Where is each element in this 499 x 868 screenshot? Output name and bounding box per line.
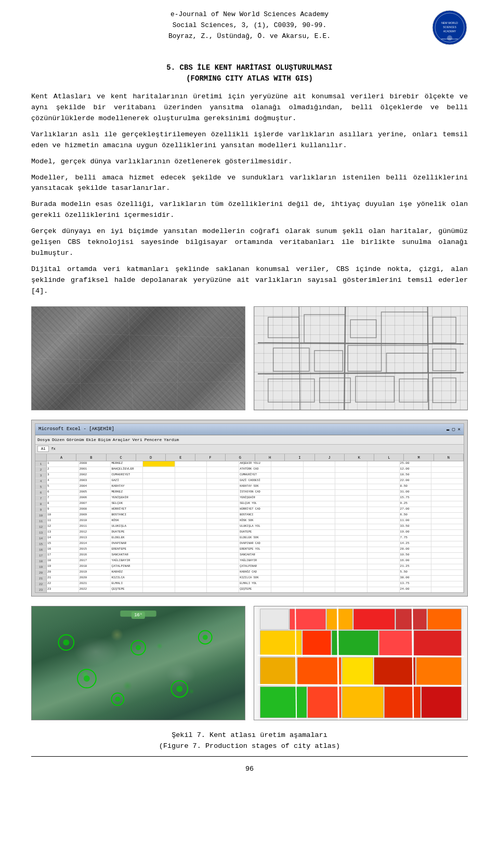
svg-rect-21 — [387, 353, 428, 373]
svg-line-7 — [35, 332, 241, 338]
table-row: 152014OVAPINAROVAPINAR CAD14.25 — [47, 541, 464, 547]
svg-rect-64 — [260, 686, 307, 717]
svg-point-40 — [115, 696, 120, 702]
section-number: 5. — [166, 63, 175, 72]
svg-rect-25 — [356, 376, 394, 402]
table-row: 192018ÇATALPINARÇATALPINAR21.25 — [47, 564, 464, 570]
svg-point-34 — [84, 676, 90, 682]
table-row: 12000MERKEZAKŞEHIR YOLU25.00 — [47, 461, 464, 467]
table-row: 82007SELÇUKSELÇUK YOL9.25 — [47, 501, 464, 507]
journal-line2: Social Sciences, 3, (1), C0039, 90-99. — [68, 20, 431, 31]
table-row: 222021ELMALIELMALI YOL13.75 — [47, 581, 464, 587]
svg-rect-55 — [303, 630, 331, 656]
svg-line-12 — [177, 307, 179, 410]
svg-rect-66 — [342, 686, 383, 717]
paragraph-7: Dijital ortamda veri katmanları şeklinde… — [31, 264, 468, 297]
section-title-text: CBS İLE KENT HARİTASI OLUŞTURULMASI — [180, 63, 333, 72]
svg-rect-45 — [120, 611, 156, 617]
top-images-row — [31, 306, 468, 410]
svg-rect-23 — [268, 379, 314, 402]
caption-english: (Figure 7. Production stages of city atl… — [31, 741, 468, 752]
section-subtitle: (FORMING CITY ATLAS WITH GIS) — [186, 74, 313, 83]
svg-line-70 — [258, 684, 464, 685]
svg-text:16°: 16° — [135, 612, 141, 617]
svg-point-36 — [136, 645, 141, 650]
paragraph-4: Modeller, belli amaca hizmet edecek şeki… — [31, 173, 468, 195]
caption-turkish: Şekil 7. Kent atlası üretim aşamaları — [31, 730, 468, 741]
svg-rect-24 — [320, 378, 350, 403]
page-number: 96 — [31, 765, 468, 773]
journal-logo: NEW WORLD SCIENCES ACADEMY www.newwsa.co… — [431, 9, 468, 46]
svg-rect-53 — [428, 609, 461, 630]
figure-caption: Şekil 7. Kent atlası üretim aşamaları (F… — [31, 730, 468, 752]
svg-rect-27 — [433, 378, 456, 403]
bottom-images-row: 16° — [31, 606, 468, 720]
spreadsheet-data: 12000MERKEZAKŞEHIR YOLU25.0022001BAHÇELİ… — [47, 461, 464, 592]
table-row: 172016SANCAKTARSANCAKTAR10.50 — [47, 553, 464, 559]
svg-rect-16 — [382, 312, 428, 345]
svg-line-32 — [299, 307, 300, 410]
paragraph-2: Varlıkların aslı ile gerçekleştirilemeye… — [31, 129, 468, 151]
page-container: e-Journal of New World Sciences Academy … — [0, 0, 499, 773]
svg-rect-56 — [332, 630, 378, 656]
spreadsheet-image: Microsoft Excel - [AKŞEHİR] ▬ ▢ ✕ Dosya … — [31, 420, 468, 597]
table-row: 202019KARAÖZKARAÖZ CAD5.50 — [47, 570, 464, 576]
table-row: 162015ERENTEPEERENTEPE YOL28.00 — [47, 547, 464, 553]
svg-rect-68 — [422, 686, 461, 717]
paragraph-1: Kent Atlasları ve kent haritalarının üre… — [31, 92, 468, 124]
paragraph-3: Model, gerçek dünya varlıklarının özetle… — [31, 157, 468, 167]
table-row: 112010KÖSKKÖSK SOK11.00 — [47, 519, 464, 524]
svg-rect-22 — [433, 349, 456, 371]
table-row: 42003GAZİGAZİ CADDESİ22.00 — [47, 478, 464, 484]
svg-line-8 — [35, 358, 241, 364]
table-row: 212020KIZILCAKIZILCA SOK38.00 — [47, 576, 464, 581]
svg-point-42 — [63, 639, 69, 645]
svg-rect-19 — [314, 351, 343, 371]
svg-line-9 — [35, 381, 241, 384]
spreadsheet-toolbar: Dosya Düzen Görünüm Ekle Biçim Araçlar V… — [35, 435, 464, 445]
svg-rect-63 — [416, 657, 461, 686]
satellite-image: 16° — [31, 606, 245, 720]
svg-text:ACADEMY: ACADEMY — [443, 30, 456, 33]
table-row: 62005MERKEZİSTASYON CAD31.00 — [47, 490, 464, 496]
svg-point-44 — [203, 634, 208, 640]
spreadsheet-titlebar: Microsoft Excel - [AKŞEHİR] ▬ ▢ ✕ — [35, 424, 464, 435]
svg-line-11 — [128, 307, 133, 410]
table-row: 102009BOSTANCIBOSTANCI6.50 — [47, 513, 464, 519]
table-row: 232022ÇEŞTEPEÇEŞTEPE24.00 — [47, 587, 464, 592]
svg-text:www.newwsa.com: www.newwsa.com — [441, 37, 458, 40]
table-row: 72006YENİŞEHİRYENİŞEHİR15.75 — [47, 496, 464, 501]
section-title: 5. CBS İLE KENT HARİTASI OLUŞTURULMASI (… — [31, 62, 468, 84]
spreadsheet-body: 1234567891011121314151617181920212223242… — [35, 454, 464, 592]
svg-rect-59 — [260, 657, 296, 686]
svg-line-69 — [258, 655, 464, 656]
table-row: 182017YAĞLIBAYIRYAĞLIBAYIR16.00 — [47, 559, 464, 564]
svg-text:NEW WORLD: NEW WORLD — [441, 21, 458, 24]
svg-rect-61 — [342, 657, 373, 686]
svg-line-29 — [258, 372, 464, 373]
svg-line-30 — [344, 307, 345, 410]
spreadsheet-title: Microsoft Excel - [AKŞEHİR] — [38, 426, 114, 432]
svg-rect-20 — [348, 345, 381, 371]
page-header: e-Journal of New World Sciences Academy … — [31, 0, 468, 51]
table-row: 92008HÜRRİYETHÜRRİYET CAD27.00 — [47, 507, 464, 513]
svg-rect-52 — [396, 609, 426, 630]
spreadsheet-grid: A B C D E F G H I J K L M N — [47, 454, 464, 592]
svg-rect-26 — [399, 379, 427, 402]
table-row: 132012DUATEPEDUATEPE19.00 — [47, 530, 464, 536]
svg-line-10 — [76, 307, 82, 410]
table-row: 52004KARATAYKARATAY SOK8.50 — [47, 484, 464, 490]
journal-line3: Boyraz, Z., Üstündağ, Ö. ve Akarsu, E.E. — [68, 31, 431, 42]
svg-line-71 — [337, 606, 338, 720]
svg-rect-15 — [350, 320, 376, 338]
svg-rect-13 — [268, 317, 299, 338]
svg-rect-60 — [297, 657, 341, 686]
page-divider — [31, 756, 468, 757]
svg-rect-62 — [374, 657, 415, 686]
journal-line1: e-Journal of New World Sciences Academy — [68, 9, 431, 20]
paragraph-5: Burada modelin esas özelliği, varlıkları… — [31, 199, 468, 221]
svg-text:SCIENCES: SCIENCES — [443, 25, 456, 29]
colormap-image — [254, 606, 468, 720]
svg-rect-50 — [327, 609, 353, 630]
svg-rect-51 — [353, 609, 395, 630]
